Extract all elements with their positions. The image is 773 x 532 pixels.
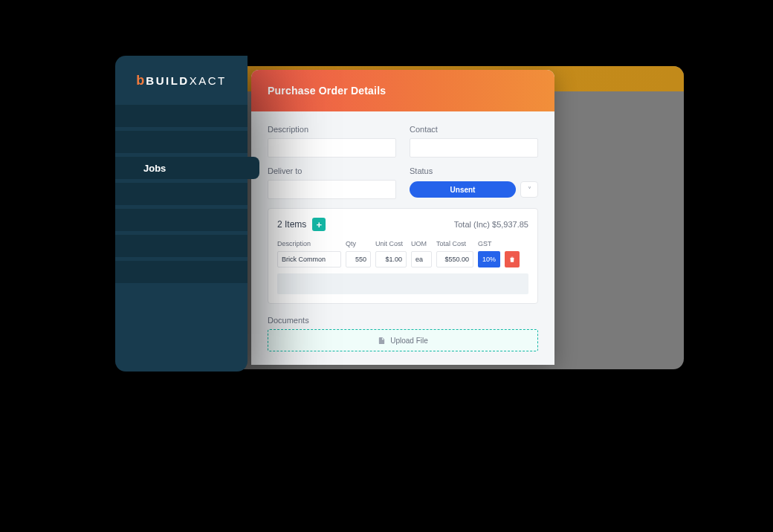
trash-icon xyxy=(508,256,516,263)
sidebar-item[interactable] xyxy=(115,183,248,205)
sidebar-item-label: Jobs xyxy=(143,163,166,174)
sidebar-item[interactable] xyxy=(115,131,248,153)
item-unit-cost-input[interactable]: $1.00 xyxy=(375,251,407,267)
contact-input[interactable] xyxy=(410,138,538,158)
purchase-order-panel: Purchase Order Details Description Conta… xyxy=(251,70,554,365)
contact-label: Contact xyxy=(410,125,538,134)
item-description-input[interactable]: Brick Common xyxy=(277,251,341,267)
logo-mark: b xyxy=(136,73,144,88)
item-gst-button[interactable]: 10% xyxy=(478,251,500,267)
plus-icon: + xyxy=(317,220,323,230)
description-input[interactable] xyxy=(268,138,396,158)
col-qty: Qty xyxy=(346,240,371,247)
description-label: Description xyxy=(268,125,396,134)
panel-body: Description Contact Deliver to Status Un… xyxy=(251,111,554,365)
status-value: Unsent xyxy=(450,186,476,194)
sidebar-item[interactable] xyxy=(115,209,248,231)
sidebar-item[interactable] xyxy=(115,261,248,283)
items-card: 2 Items + Total (Inc) $5,937.85 Descript… xyxy=(268,208,538,304)
chevron-down-icon[interactable]: ˅ xyxy=(520,181,538,198)
sidebar-item[interactable] xyxy=(115,105,248,127)
logo: b BUILDXACT xyxy=(115,56,248,105)
sidebar-nav: Jobs xyxy=(115,105,248,287)
items-count: 2 Items xyxy=(277,219,306,230)
col-description: Description xyxy=(277,240,341,247)
col-gst: GST xyxy=(478,240,500,247)
upload-icon xyxy=(378,337,386,345)
item-gst-value: 10% xyxy=(482,256,496,263)
add-item-button[interactable]: + xyxy=(312,218,326,231)
logo-text: BUILDXACT xyxy=(146,74,226,87)
status-select[interactable]: Unsent xyxy=(410,181,516,198)
empty-item-row xyxy=(277,273,528,294)
item-total-cost-input[interactable]: $550.00 xyxy=(436,251,473,267)
items-total: Total (Inc) $5,937.85 xyxy=(454,220,528,229)
sidebar-item-jobs[interactable]: Jobs xyxy=(115,157,248,179)
active-tab-extension xyxy=(246,157,259,179)
status-label: Status xyxy=(410,166,538,175)
item-uom-input[interactable]: ea xyxy=(411,251,432,267)
col-unit-cost: Unit Cost xyxy=(375,240,407,247)
panel-title: Purchase Order Details xyxy=(268,85,386,97)
col-total-cost: Total Cost xyxy=(436,240,473,247)
delete-item-button[interactable] xyxy=(505,251,520,267)
col-uom: UOM xyxy=(411,240,432,247)
upload-file-label: Upload File xyxy=(390,337,428,345)
item-row: Brick Common 550 $1.00 ea $550.00 10% xyxy=(277,251,528,267)
sidebar-item[interactable] xyxy=(115,235,248,257)
panel-header: Purchase Order Details xyxy=(251,70,554,111)
upload-file-button[interactable]: Upload File xyxy=(268,329,538,351)
sidebar: b BUILDXACT Jobs xyxy=(115,56,248,372)
item-qty-input[interactable]: 550 xyxy=(346,251,371,267)
deliver-to-input[interactable] xyxy=(268,180,396,199)
deliver-to-label: Deliver to xyxy=(268,166,396,175)
documents-label: Documents xyxy=(268,316,538,325)
